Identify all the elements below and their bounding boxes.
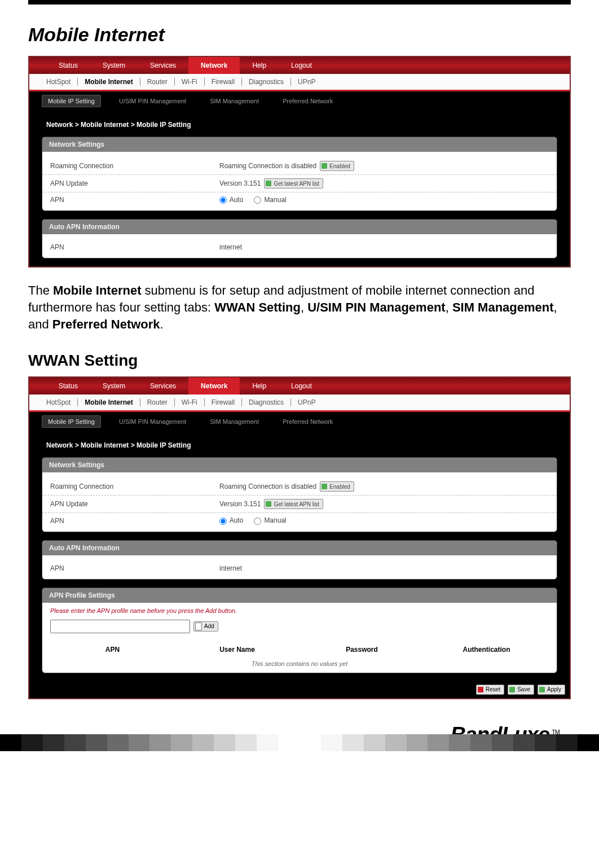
get-apn-list-button[interactable]: Get latest APN list <box>264 178 323 188</box>
row-apn-value: APN internet <box>42 561 557 576</box>
panel-header: Auto APN Information <box>42 541 557 555</box>
secondary-nav-upnp[interactable]: UPnP <box>291 78 322 86</box>
secondary-nav: HotSpotMobile InternetRouterWi-FiFirewal… <box>29 74 570 90</box>
primary-nav-system[interactable]: System <box>90 57 138 74</box>
row-roaming: Roaming Connection Roaming Connection is… <box>42 157 557 174</box>
primary-nav-system[interactable]: System <box>90 378 138 394</box>
primary-nav-network[interactable]: Network <box>188 378 240 394</box>
section-heading-wwan: WWAN Setting <box>28 352 571 370</box>
panel-header: Auto APN Information <box>42 220 557 234</box>
row-roaming: Roaming Connection Roaming Connection is… <box>42 478 557 495</box>
tertiary-nav: Mobile IP SettingU/SIM PIN ManagementSIM… <box>29 412 570 431</box>
secondary-nav-diagnostics[interactable]: Diagnostics <box>242 78 291 86</box>
reset-button[interactable]: Reset <box>476 685 504 695</box>
panel-apn-profile: APN Profile Settings Please enter the AP… <box>42 588 557 673</box>
primary-nav: StatusSystemServicesNetworkHelpLogout <box>29 57 570 74</box>
label: APN Update <box>50 500 219 508</box>
apn-auto-radio[interactable]: Auto <box>219 196 243 204</box>
primary-nav-network[interactable]: Network <box>188 57 240 74</box>
panel-auto-apn: Auto APN Information APN internet <box>42 540 557 580</box>
green-icon <box>509 687 515 692</box>
tertiary-nav-sim-management[interactable]: SIM Management <box>204 416 265 427</box>
tertiary-nav-u-sim-pin-management[interactable]: U/SIM PIN Management <box>113 416 192 427</box>
tertiary-nav-mobile-ip-setting[interactable]: Mobile IP Setting <box>42 415 101 428</box>
row-apn-mode: APN Auto Manual <box>42 512 557 528</box>
panel-network-settings: Network Settings Roaming Connection Roam… <box>42 457 557 532</box>
apn-manual-radio[interactable]: Manual <box>254 196 287 204</box>
panel-header: Network Settings <box>42 458 557 472</box>
tertiary-nav-preferred-network[interactable]: Preferred Network <box>277 416 338 427</box>
col-apn: APN <box>50 646 175 654</box>
add-button[interactable]: Add <box>193 621 218 632</box>
enabled-button[interactable]: Enabled <box>320 481 354 492</box>
row-apn-update: APN Update Version 3.151 Get latest APN … <box>42 174 557 192</box>
apn-manual-radio[interactable]: Manual <box>254 516 287 524</box>
secondary-nav-router[interactable]: Router <box>140 398 175 406</box>
secondary-nav-wi-fi[interactable]: Wi-Fi <box>175 78 205 86</box>
profile-hint: Please enter the APN profile name before… <box>42 603 557 620</box>
apn-version-text: Version 3.151 <box>219 500 261 508</box>
secondary-nav: HotSpotMobile InternetRouterWi-FiFirewal… <box>29 394 570 410</box>
primary-nav-services[interactable]: Services <box>138 57 188 74</box>
top-divider <box>28 0 571 5</box>
secondary-nav-hotspot[interactable]: HotSpot <box>46 78 78 86</box>
roaming-status-text: Roaming Connection is disabled <box>219 483 316 490</box>
secondary-nav-hotspot[interactable]: HotSpot <box>46 398 78 406</box>
tertiary-nav-u-sim-pin-management[interactable]: U/SIM PIN Management <box>113 95 192 107</box>
primary-nav-help[interactable]: Help <box>240 57 279 74</box>
secondary-nav-mobile-internet[interactable]: Mobile Internet <box>78 398 140 406</box>
screenshot-2: StatusSystemServicesNetworkHelpLogout Ho… <box>28 376 571 699</box>
secondary-nav-firewall[interactable]: Firewall <box>205 398 242 406</box>
primary-nav-logout[interactable]: Logout <box>279 378 324 394</box>
tertiary-nav-preferred-network[interactable]: Preferred Network <box>277 95 338 107</box>
apn-version-text: Version 3.151 <box>219 179 261 187</box>
secondary-nav-firewall[interactable]: Firewall <box>205 78 242 86</box>
secondary-nav-router[interactable]: Router <box>140 78 175 86</box>
secondary-nav-wi-fi[interactable]: Wi-Fi <box>175 398 205 406</box>
apn-value: internet <box>219 243 242 251</box>
apn-value: internet <box>219 564 242 572</box>
tertiary-nav-sim-management[interactable]: SIM Management <box>204 95 265 107</box>
green-icon <box>321 484 327 489</box>
profile-table-empty: This section contains no values yet <box>42 658 557 673</box>
document-icon <box>195 622 202 630</box>
tertiary-nav: Mobile IP SettingU/SIM PIN ManagementSIM… <box>29 91 570 111</box>
label: Roaming Connection <box>50 162 219 170</box>
secondary-nav-upnp[interactable]: UPnP <box>291 398 322 406</box>
primary-nav: StatusSystemServicesNetworkHelpLogout <box>29 378 570 394</box>
apply-button[interactable]: Apply <box>538 685 565 695</box>
green-icon <box>539 687 545 692</box>
breadcrumb: Network > Mobile Internet > Mobile IP Se… <box>29 431 570 457</box>
red-icon <box>478 687 483 692</box>
label: APN <box>50 196 219 204</box>
green-icon <box>266 181 271 186</box>
primary-nav-logout[interactable]: Logout <box>279 57 324 74</box>
apn-auto-radio[interactable]: Auto <box>219 516 243 524</box>
enabled-button[interactable]: Enabled <box>320 161 354 171</box>
screenshot-1: StatusSystemServicesNetworkHelpLogout Ho… <box>28 56 571 268</box>
secondary-nav-diagnostics[interactable]: Diagnostics <box>242 398 291 406</box>
row-apn-value: APN internet <box>42 240 557 255</box>
primary-nav-status[interactable]: Status <box>46 57 90 74</box>
tertiary-nav-mobile-ip-setting[interactable]: Mobile IP Setting <box>42 95 101 107</box>
row-apn-update: APN Update Version 3.151 Get latest APN … <box>42 495 557 512</box>
label: APN <box>50 517 219 525</box>
panel-auto-apn: Auto APN Information APN internet <box>42 219 557 258</box>
primary-nav-services[interactable]: Services <box>138 378 188 394</box>
save-button[interactable]: Save <box>508 685 534 695</box>
label: APN <box>50 564 219 572</box>
primary-nav-status[interactable]: Status <box>46 378 90 394</box>
profile-table-header: APN User Name Password Authentication <box>42 641 557 658</box>
panel-network-settings: Network Settings Roaming Connection Roam… <box>42 137 557 211</box>
get-apn-list-button[interactable]: Get latest APN list <box>264 499 323 509</box>
col-password: Password <box>300 646 424 654</box>
primary-nav-help[interactable]: Help <box>240 378 279 394</box>
description-paragraph: The Mobile Internet submenu is for setup… <box>28 282 571 332</box>
apn-profile-name-input[interactable] <box>50 620 190 633</box>
green-icon <box>266 501 271 507</box>
breadcrumb: Network > Mobile Internet > Mobile IP Se… <box>29 111 570 137</box>
secondary-nav-mobile-internet[interactable]: Mobile Internet <box>78 78 140 86</box>
page-title: Mobile Internet <box>28 24 571 46</box>
green-icon <box>321 163 327 169</box>
row-apn-mode: APN Auto Manual <box>42 192 557 207</box>
